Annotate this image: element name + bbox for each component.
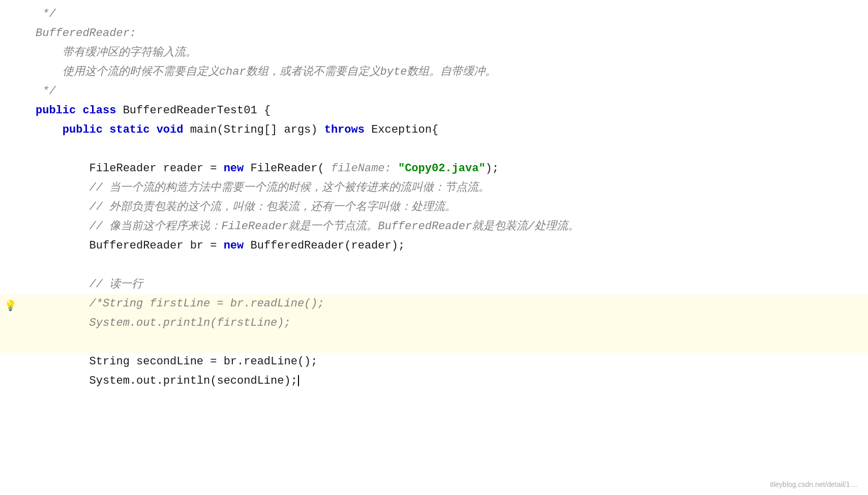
code-editor[interactable]: */ BufferedReader: 带有缓冲区的字符输入流。 使用这个流的时候… bbox=[0, 0, 868, 495]
line-content: String secondLine = br.readLine(); bbox=[25, 353, 868, 370]
code-line: // 当一个流的构造方法中需要一个流的时候，这个被传进来的流叫做：节点流。 bbox=[0, 179, 868, 198]
keyword-public: public bbox=[36, 104, 76, 117]
code-line-highlighted bbox=[0, 333, 868, 353]
code-line: String secondLine = br.readLine(); bbox=[0, 353, 868, 372]
code-line-filereader: FileReader reader = new FileReader( file… bbox=[0, 160, 868, 179]
code-line bbox=[0, 140, 868, 160]
code-line: 使用这个流的时候不需要自定义char数组，或者说不需要自定义byte数组。自带缓… bbox=[0, 63, 868, 82]
code-line: // 读一行 bbox=[0, 275, 868, 295]
line-content: System.out.println(secondLine); bbox=[25, 372, 868, 390]
line-content bbox=[25, 333, 868, 351]
line-content: /*String firstLine = br.readLine(); bbox=[25, 295, 868, 313]
keyword-static: static bbox=[109, 123, 149, 136]
keyword-class: class bbox=[82, 104, 116, 117]
code-line bbox=[0, 256, 868, 275]
line-content: // 外部负责包装的这个流，叫做：包装流，还有一个名字叫做：处理流。 bbox=[25, 198, 868, 216]
code-line-highlighted: 💡 /*String firstLine = br.readLine(); bbox=[0, 295, 868, 314]
line-content: */ bbox=[25, 5, 868, 23]
line-content: // 像当前这个程序来说：FileReader就是一个节点流。BufferedR… bbox=[25, 218, 868, 235]
keyword-void: void bbox=[157, 123, 184, 136]
line-content: // 读一行 bbox=[25, 275, 868, 293]
code-container: */ BufferedReader: 带有缓冲区的字符输入流。 使用这个流的时候… bbox=[0, 0, 868, 396]
line-content: public static void main(String[] args) t… bbox=[25, 121, 868, 139]
param-hint: fileName: bbox=[331, 162, 392, 175]
line-content: public class BufferedReaderTest01 { bbox=[25, 102, 868, 119]
keyword-new: new bbox=[224, 239, 244, 252]
code-line: // 像当前这个程序来说：FileReader就是一个节点流。BufferedR… bbox=[0, 218, 868, 237]
text-cursor bbox=[298, 375, 299, 386]
watermark: itleyblog.csdn.net/detail/1 ... bbox=[770, 479, 858, 490]
line-content: BufferedReader br = new BufferedReader(r… bbox=[25, 237, 868, 255]
code-line: BufferedReader: bbox=[0, 24, 868, 44]
line-content: FileReader reader = new FileReader( file… bbox=[25, 160, 868, 177]
line-content: 使用这个流的时候不需要自定义char数组，或者说不需要自定义byte数组。自带缓… bbox=[25, 63, 868, 81]
bulb-icon[interactable]: 💡 bbox=[4, 298, 17, 315]
code-line: */ bbox=[0, 82, 868, 102]
line-content bbox=[25, 140, 868, 158]
line-content: */ bbox=[25, 82, 868, 100]
code-line-bufferedreader: BufferedReader br = new BufferedReader(r… bbox=[0, 237, 868, 256]
code-line-class-decl: public class BufferedReaderTest01 { bbox=[0, 102, 868, 121]
code-line-main-method: public static void main(String[] args) t… bbox=[0, 121, 868, 140]
line-content bbox=[25, 256, 868, 274]
code-line: */ bbox=[0, 5, 868, 24]
line-content: // 当一个流的构造方法中需要一个流的时候，这个被传进来的流叫做：节点流。 bbox=[25, 179, 868, 197]
code-line: System.out.println(secondLine); bbox=[0, 372, 868, 391]
keyword-new: new bbox=[224, 162, 244, 175]
string-literal: "Copy02.java" bbox=[398, 162, 486, 175]
code-line: 带有缓冲区的字符输入流。 bbox=[0, 44, 868, 63]
code-line: // 外部负责包装的这个流，叫做：包装流，还有一个名字叫做：处理流。 bbox=[0, 198, 868, 218]
code-line-highlighted: System.out.println(firstLine); bbox=[0, 314, 868, 333]
keyword-public: public bbox=[63, 123, 103, 136]
keyword-throws: throws bbox=[324, 123, 365, 136]
line-content: 带有缓冲区的字符输入流。 bbox=[25, 44, 868, 61]
line-content: System.out.println(firstLine); bbox=[25, 314, 868, 332]
line-content: BufferedReader: bbox=[25, 24, 868, 42]
